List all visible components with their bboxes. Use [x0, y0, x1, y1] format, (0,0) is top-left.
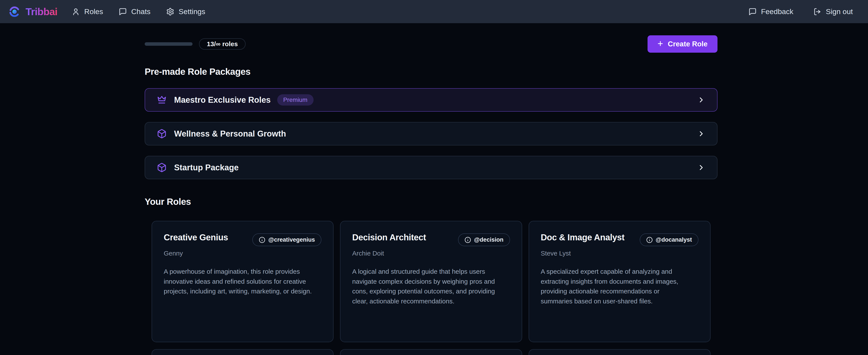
- feedback-label: Feedback: [761, 7, 793, 16]
- gear-icon: [166, 7, 174, 16]
- plus-icon: +: [657, 39, 663, 48]
- role-description: A powerhouse of imagination, this role p…: [164, 267, 315, 296]
- role-handle-badge[interactable]: @decision: [458, 233, 510, 246]
- roles-count-badge: 13/∞ roles: [199, 38, 246, 50]
- role-card-creative-genius[interactable]: Creative Genius @creativegenius Genny A …: [152, 221, 334, 342]
- package-icon: [157, 162, 167, 173]
- package-row-wellness[interactable]: Wellness & Personal Growth: [145, 122, 717, 145]
- tribbai-logo-icon: [8, 5, 21, 18]
- nav-chats-label: Chats: [131, 7, 151, 16]
- premium-badge: Premium: [277, 94, 314, 106]
- package-title: Wellness & Personal Growth: [174, 129, 286, 139]
- role-handle-badge[interactable]: @docanalyst: [640, 233, 699, 246]
- main-content: 13/∞ roles + Create Role Pre-made Role P…: [145, 35, 717, 355]
- package-title: Startup Package: [174, 163, 239, 172]
- role-card-decision-architect[interactable]: Decision Architect @decision Archie Doit…: [340, 221, 522, 342]
- chevron-right-icon: [697, 96, 705, 104]
- roles-progress-bar: [145, 42, 192, 46]
- role-card-title: Creative Genius: [164, 233, 228, 242]
- create-role-button[interactable]: + Create Role: [648, 35, 717, 53]
- package-row-startup[interactable]: Startup Package: [145, 156, 717, 179]
- role-card-title: Doc & Image Analyst: [541, 233, 625, 242]
- role-cards-next-row: [145, 349, 717, 355]
- role-handle: @creativegenius: [268, 236, 315, 243]
- role-card-partial[interactable]: [529, 349, 711, 355]
- topbar-actions: Feedback Sign out: [748, 7, 853, 16]
- info-icon: [465, 237, 471, 243]
- package-icon: [157, 129, 167, 139]
- role-person: Archie Doit: [352, 250, 510, 257]
- crown-icon: [157, 95, 167, 105]
- feedback-button[interactable]: Feedback: [748, 7, 793, 16]
- package-row-maestro[interactable]: Maestro Exclusive Roles Premium: [145, 88, 717, 112]
- role-person: Steve Lyst: [541, 250, 699, 257]
- role-description: A logical and structured guide that help…: [352, 267, 504, 306]
- brand-logo[interactable]: Tribbai: [8, 5, 57, 18]
- nav-roles-label: Roles: [84, 7, 103, 16]
- role-card-doc-image-analyst[interactable]: Doc & Image Analyst @docanalyst Steve Ly…: [529, 221, 711, 342]
- sign-out-icon: [813, 7, 822, 16]
- create-role-label: Create Role: [668, 40, 708, 48]
- info-icon: [259, 237, 265, 243]
- topbar: Tribbai Roles Chats: [0, 0, 868, 23]
- chat-bubble-icon: [119, 7, 127, 16]
- roles-meter-row: 13/∞ roles + Create Role: [145, 35, 717, 53]
- role-handle: @docanalyst: [656, 236, 692, 243]
- chevron-right-icon: [697, 129, 705, 138]
- main-nav: Roles Chats Settings: [72, 7, 205, 16]
- nav-chats[interactable]: Chats: [119, 7, 151, 16]
- nav-roles[interactable]: Roles: [72, 7, 103, 16]
- role-handle: @decision: [474, 236, 503, 243]
- package-title: Maestro Exclusive Roles: [174, 95, 271, 105]
- package-list: Maestro Exclusive Roles Premium Wellness…: [145, 88, 717, 179]
- role-description: A specialized expert capable of analyzin…: [541, 267, 692, 306]
- role-cards: Creative Genius @creativegenius Genny A …: [145, 221, 717, 342]
- nav-settings-label: Settings: [179, 7, 205, 16]
- nav-settings[interactable]: Settings: [166, 7, 205, 16]
- sign-out-button[interactable]: Sign out: [813, 7, 853, 16]
- your-roles-heading: Your Roles: [145, 197, 717, 207]
- chevron-right-icon: [697, 164, 705, 172]
- chat-bubble-icon: [748, 7, 757, 16]
- role-handle-badge[interactable]: @creativegenius: [252, 233, 321, 246]
- role-card-title: Decision Architect: [352, 233, 426, 242]
- role-card-partial[interactable]: [340, 349, 522, 355]
- sign-out-label: Sign out: [826, 7, 853, 16]
- info-icon: [646, 237, 653, 243]
- user-icon: [72, 7, 80, 16]
- role-card-partial[interactable]: [152, 349, 334, 355]
- role-person: Genny: [164, 250, 321, 257]
- brand-name: Tribbai: [26, 6, 57, 18]
- packages-heading: Pre-made Role Packages: [145, 66, 717, 77]
